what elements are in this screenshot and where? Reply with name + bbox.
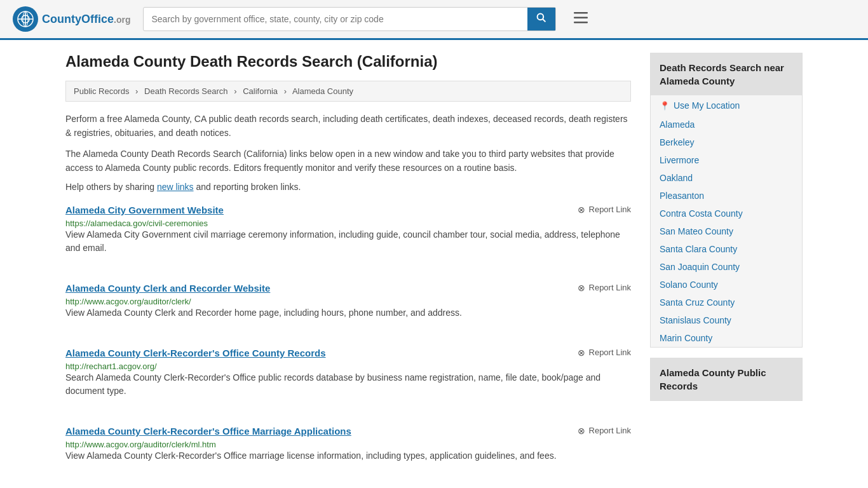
sidebar-city-link-2[interactable]: Livermore — [660, 155, 699, 165]
report-link-btn-3[interactable]: ⊗ Report Link — [578, 426, 631, 436]
content-area: Alameda County Death Records Search (Cal… — [65, 53, 631, 488]
menu-button[interactable] — [569, 8, 593, 30]
search-container — [143, 7, 556, 31]
search-input[interactable] — [144, 9, 527, 29]
sidebar-county-2: Santa Clara County — [651, 240, 802, 258]
logo-icon — [13, 6, 38, 32]
svg-rect-8 — [574, 17, 588, 19]
sidebar-county-link-2[interactable]: Santa Clara County — [660, 244, 737, 254]
sidebar-city-link-4[interactable]: Pleasanton — [660, 191, 704, 201]
search-button[interactable] — [527, 8, 555, 30]
sidebar-county-0: Contra Costa County — [651, 205, 802, 222]
location-btn-label: Use My Location — [674, 100, 740, 111]
results-container: Alameda City Government Website ⊗ Report… — [65, 205, 631, 475]
result-item-1: Alameda County Clerk and Recorder Websit… — [65, 283, 631, 332]
result-url-3[interactable]: http://www.acgov.org/auditor/clerk/ml.ht… — [65, 440, 216, 449]
sidebar-county-link-7[interactable]: Marin County — [660, 333, 712, 343]
result-item-0: Alameda City Government Website ⊗ Report… — [65, 205, 631, 268]
logo-county-text: County — [42, 13, 81, 25]
sidebar-city-3: Oakland — [651, 169, 802, 187]
report-icon-1: ⊗ — [578, 283, 585, 293]
result-title-row-3: Alameda County Clerk-Recorder's Office M… — [65, 426, 631, 437]
report-link-label-1: Report Link — [589, 283, 631, 292]
nearby-counties: Contra Costa CountySan Mateo CountySanta… — [651, 205, 802, 347]
description-1: Perform a free Alameda County, CA public… — [65, 112, 631, 140]
logo-text: CountyOffice.org — [42, 13, 130, 26]
result-item-2: Alameda County Clerk-Recorder's Office C… — [65, 348, 631, 410]
header: CountyOffice.org — [0, 0, 868, 40]
result-url-0[interactable]: https://alamedaca.gov/civil-ceremonies — [65, 219, 208, 228]
result-title-row-0: Alameda City Government Website ⊗ Report… — [65, 205, 631, 215]
svg-point-5 — [538, 14, 544, 20]
public-records-header: Alameda County Public Records — [651, 358, 802, 400]
nearby-cities: AlamedaBerkeleyLivermoreOaklandPleasanto… — [651, 116, 802, 205]
nearby-header: Death Records Search near Alameda County — [651, 53, 802, 95]
result-title-2[interactable]: Alameda County Clerk-Recorder's Office C… — [65, 348, 326, 358]
sidebar-city-4: Pleasanton — [651, 187, 802, 205]
result-title-row-2: Alameda County Clerk-Recorder's Office C… — [65, 348, 631, 358]
report-icon-0: ⊗ — [578, 205, 585, 215]
location-pin-icon: 📍 — [660, 101, 670, 111]
report-icon-2: ⊗ — [578, 348, 585, 358]
result-desc-0: View Alameda City Government civil marri… — [65, 228, 631, 255]
breadcrumb-california[interactable]: California — [243, 86, 278, 96]
sidebar: Death Records Search near Alameda County… — [650, 53, 803, 488]
share-text-after: and reporting broken links. — [194, 182, 301, 192]
result-desc-3: View Alameda County Clerk-Recorder's Off… — [65, 449, 631, 463]
share-text-before: Help others by sharing — [65, 182, 157, 192]
result-desc-1: View Alameda County Clerk and Recorder h… — [65, 306, 631, 320]
sidebar-city-link-3[interactable]: Oakland — [660, 173, 693, 183]
sidebar-county-7: Marin County — [651, 329, 802, 347]
breadcrumb-sep-1: › — [135, 86, 138, 96]
breadcrumb-alameda-county[interactable]: Alameda County — [292, 86, 353, 96]
sidebar-county-link-1[interactable]: San Mateo County — [660, 226, 733, 236]
sidebar-county-3: San Joaquin County — [651, 258, 802, 276]
report-link-btn-0[interactable]: ⊗ Report Link — [578, 205, 631, 215]
sidebar-city-link-1[interactable]: Berkeley — [660, 137, 694, 147]
result-desc-2: Search Alameda County Clerk-Recorder's O… — [65, 371, 631, 398]
result-item-3: Alameda County Clerk-Recorder's Office M… — [65, 426, 631, 475]
breadcrumb-sep-3: › — [284, 86, 287, 96]
sidebar-county-link-0[interactable]: Contra Costa County — [660, 208, 743, 219]
sidebar-county-4: Solano County — [651, 276, 802, 294]
sidebar-city-1: Berkeley — [651, 133, 802, 151]
sidebar-city-link-0[interactable]: Alameda — [660, 119, 695, 130]
report-link-label-0: Report Link — [589, 205, 631, 214]
result-url-2[interactable]: http://rechart1.acgov.org/ — [65, 362, 157, 371]
report-link-label-3: Report Link — [589, 426, 631, 435]
report-icon-3: ⊗ — [578, 426, 585, 436]
breadcrumb-sep-2: › — [234, 86, 236, 96]
public-records-section: Alameda County Public Records — [650, 358, 803, 401]
svg-rect-7 — [574, 12, 588, 14]
new-links-link[interactable]: new links — [157, 182, 194, 192]
page-title: Alameda County Death Records Search (Cal… — [65, 53, 631, 71]
main-wrapper: Alameda County Death Records Search (Cal… — [53, 40, 815, 488]
result-title-0[interactable]: Alameda City Government Website — [65, 205, 224, 215]
report-link-btn-1[interactable]: ⊗ Report Link — [578, 283, 631, 293]
breadcrumb-death-records-search[interactable]: Death Records Search — [144, 86, 228, 96]
breadcrumb: Public Records › Death Records Search › … — [65, 81, 631, 102]
svg-line-6 — [543, 19, 545, 22]
nearby-section: Death Records Search near Alameda County… — [650, 53, 803, 348]
description-2: The Alameda County Death Records Search … — [65, 147, 631, 175]
report-link-btn-2[interactable]: ⊗ Report Link — [578, 348, 631, 358]
sidebar-county-6: Stanislaus County — [651, 311, 802, 329]
sidebar-county-link-3[interactable]: San Joaquin County — [660, 262, 740, 272]
report-link-label-2: Report Link — [589, 348, 631, 357]
svg-rect-9 — [574, 22, 588, 24]
sidebar-county-link-5[interactable]: Santa Cruz County — [660, 297, 735, 308]
sidebar-city-2: Livermore — [651, 151, 802, 169]
result-url-1[interactable]: http://www.acgov.org/auditor/clerk/ — [65, 297, 191, 306]
sidebar-county-5: Santa Cruz County — [651, 294, 802, 311]
use-my-location-btn[interactable]: 📍 Use My Location — [651, 95, 802, 116]
result-title-3[interactable]: Alameda County Clerk-Recorder's Office M… — [65, 426, 351, 437]
sidebar-county-1: San Mateo County — [651, 222, 802, 240]
logo-tld-text: .org — [114, 15, 130, 25]
sidebar-city-0: Alameda — [651, 116, 802, 133]
sidebar-county-link-4[interactable]: Solano County — [660, 280, 718, 290]
result-title-row-1: Alameda County Clerk and Recorder Websit… — [65, 283, 631, 294]
breadcrumb-public-records[interactable]: Public Records — [74, 86, 129, 96]
logo-area: CountyOffice.org — [13, 6, 130, 32]
sidebar-county-link-6[interactable]: Stanislaus County — [660, 315, 731, 325]
result-title-1[interactable]: Alameda County Clerk and Recorder Websit… — [65, 283, 270, 294]
